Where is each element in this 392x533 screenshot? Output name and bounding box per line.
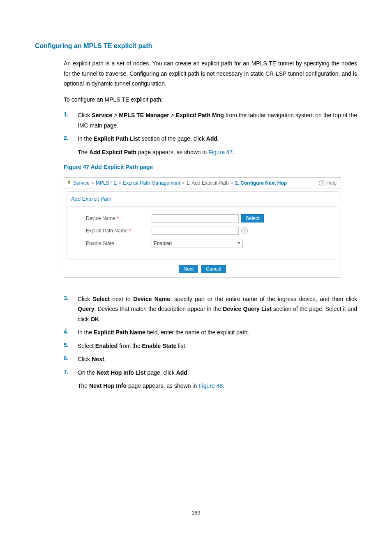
text: . <box>233 149 234 155</box>
bc-mpls[interactable]: MPLS TE <box>96 179 117 187</box>
step-text: In the Explicit Path List section of the… <box>78 134 357 144</box>
step-text: Click Service > MPLS TE Manager > Explic… <box>78 110 357 130</box>
step-6: 6. Click Next. <box>64 354 357 364</box>
text: The <box>78 149 89 155</box>
step-text: Click Select next to Device Name, specif… <box>78 294 357 324</box>
text: . <box>104 356 106 362</box>
figure-link[interactable]: Figure 47 <box>208 149 233 155</box>
step-number: 7. <box>64 368 78 378</box>
text: . <box>217 135 219 142</box>
breadcrumb-row: Service > MPLS TE > Explicit Path Manage… <box>64 178 341 189</box>
text: , specify part or the entire name of the… <box>170 296 357 302</box>
chevron-down-icon: ▼ <box>237 241 241 246</box>
bold: Device Query List <box>223 306 272 312</box>
bold: Device Name <box>133 296 170 302</box>
bold: Service <box>92 112 112 118</box>
bold: MPLS TE Manager <box>119 112 169 118</box>
figure-screenshot: Service > MPLS TE > Explicit Path Manage… <box>64 177 341 278</box>
bc-step2: 2. Configure Next Hop <box>235 179 287 187</box>
bold: Add <box>176 369 187 376</box>
bc-epm[interactable]: Explicit Path Management <box>123 179 180 187</box>
step-number: 4. <box>64 327 78 338</box>
text: . <box>223 382 224 389</box>
required-mark: * <box>117 216 119 221</box>
bold: Explicit Path Name <box>94 329 145 336</box>
tree-icon <box>67 179 71 187</box>
step-number: 3. <box>64 294 78 324</box>
page-number: 169 <box>0 509 392 517</box>
text: page, click <box>146 369 176 376</box>
panel-container: Add Explicit Path Device Name * Select E… <box>64 189 341 277</box>
step-number: 5. <box>64 341 78 351</box>
enable-state-select[interactable]: Enabled ▼ <box>152 239 243 248</box>
breadcrumb: Service > MPLS TE > Explicit Path Manage… <box>67 179 287 187</box>
text: In the <box>78 135 94 142</box>
lead-sentence: To configure an MPLS TE explicit path: <box>64 95 357 105</box>
bc-sep: > <box>118 179 121 187</box>
bold: Add Explicit Path <box>89 149 136 155</box>
step-number: 1. <box>64 110 78 130</box>
text: . <box>99 316 101 322</box>
step-7: 7. On the Next Hop Info List page, click… <box>64 368 357 378</box>
text: . <box>187 369 189 376</box>
bold: Enabled <box>95 343 118 349</box>
panel-title: Add Explicit Path <box>67 191 338 206</box>
select-button[interactable]: Select <box>241 214 264 222</box>
bold: Next Hop Info <box>89 382 127 389</box>
text: > <box>112 112 119 118</box>
hint-icon[interactable]: ? <box>241 227 248 234</box>
figure-link[interactable]: Figure 48 <box>198 382 223 389</box>
text: Click <box>78 356 92 362</box>
row-enable-state: Enable State Enabled ▼ <box>71 239 334 248</box>
bold: Add <box>206 135 217 142</box>
label-device-name: Device Name * <box>71 215 152 222</box>
button-row: Next Cancel <box>67 260 338 275</box>
form-panel: Device Name * Select Explicit Path Name … <box>67 206 338 260</box>
next-button[interactable]: Next <box>179 265 198 273</box>
required-mark: * <box>129 228 131 234</box>
step-7-sub: The Next Hop Info page appears, as shown… <box>78 381 357 391</box>
bc-sep: > <box>231 179 233 187</box>
help-link[interactable]: ? Help <box>319 179 337 187</box>
bold: OK <box>90 316 99 322</box>
cancel-button[interactable]: Cancel <box>201 265 226 273</box>
step-number: 2. <box>64 134 78 144</box>
label-text: Explicit Path Name <box>86 228 127 234</box>
device-name-input[interactable] <box>152 214 239 222</box>
figure-caption: Figure 47 Add Explicit Path page <box>64 163 357 171</box>
step-text: Select Enabled from the Enable State lis… <box>78 341 357 351</box>
step-2-sub: The Add Explicit Path page appears, as s… <box>78 147 357 158</box>
bold: Select <box>93 296 110 302</box>
step-text: On the Next Hop Info List page, click Ad… <box>78 368 357 378</box>
bc-service[interactable]: Service <box>73 179 90 187</box>
bold: Explicit Path Mng <box>176 112 224 118</box>
select-value: Enabled <box>154 240 172 247</box>
ordered-list: 1. Click Service > MPLS TE Manager > Exp… <box>64 110 357 144</box>
bold: Explicit Path List <box>94 135 140 142</box>
text: Select <box>78 343 95 349</box>
text: page appears, as shown in <box>127 382 198 389</box>
bold: Next <box>92 356 104 362</box>
intro-paragraph: An explicit path is a set of nodes. You … <box>64 58 357 89</box>
text: . Devices that match the description app… <box>94 306 223 312</box>
text: On the <box>78 369 97 376</box>
text: field, enter the name of the explicit pa… <box>145 329 249 336</box>
text: In the <box>78 329 94 336</box>
bold: Query <box>78 306 94 312</box>
text: next to <box>110 296 133 302</box>
step-4: 4. In the Explicit Path Name field, ente… <box>64 327 357 338</box>
row-path-name: Explicit Path Name * ? <box>71 227 334 235</box>
text: > <box>169 112 176 118</box>
bc-sep: > <box>91 179 94 187</box>
label-path-name: Explicit Path Name * <box>71 227 152 234</box>
bc-step1: 1. Add Explicit Path <box>187 179 229 187</box>
text: list. <box>176 343 187 349</box>
text: section of the page, click <box>140 135 206 142</box>
step-number: 6. <box>64 354 78 364</box>
row-device-name: Device Name * Select <box>71 214 334 222</box>
help-label: Help <box>326 179 337 187</box>
path-name-input[interactable] <box>152 227 239 235</box>
bc-sep: > <box>182 179 185 187</box>
step-2: 2. In the Explicit Path List section of … <box>64 134 357 144</box>
step-text: In the Explicit Path Name field, enter t… <box>78 327 357 338</box>
